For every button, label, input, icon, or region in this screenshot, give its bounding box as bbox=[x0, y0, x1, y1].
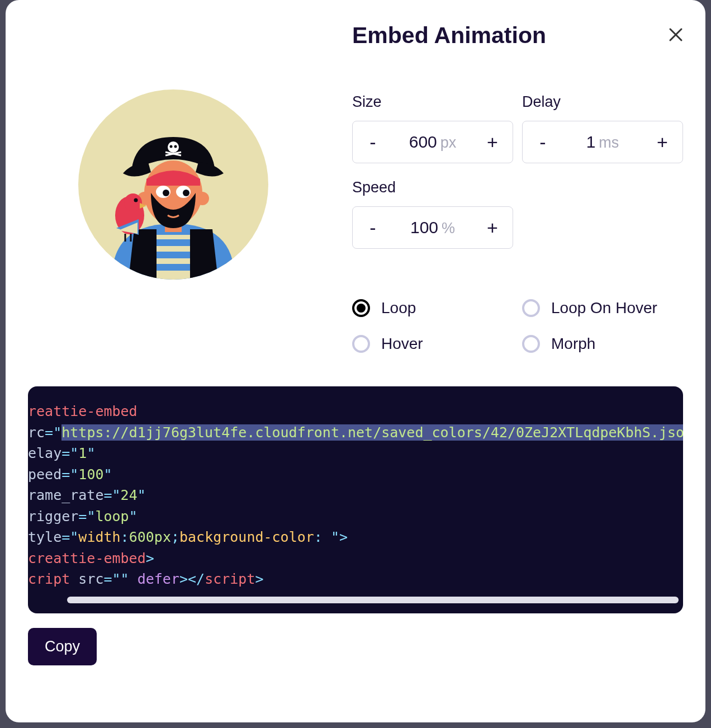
speed-decrement-button[interactable]: - bbox=[365, 218, 381, 237]
embed-modal: Embed Animation Size - 600 px bbox=[6, 0, 705, 722]
size-number: 600 bbox=[409, 133, 437, 152]
modal-top: Embed Animation Size - 600 px bbox=[28, 22, 683, 353]
code-attr: rigger bbox=[28, 508, 78, 524]
close-icon bbox=[669, 27, 683, 42]
svg-point-19 bbox=[134, 198, 138, 202]
horizontal-scrollbar[interactable] bbox=[67, 597, 679, 603]
radio-icon bbox=[352, 299, 370, 317]
code-attr: src bbox=[78, 571, 103, 587]
size-field: Size - 600 px + bbox=[352, 93, 513, 163]
size-unit: px bbox=[440, 134, 457, 152]
radio-loop-on-hover-label: Loop On Hover bbox=[551, 299, 657, 317]
size-stepper[interactable]: - 600 px + bbox=[352, 121, 513, 163]
delay-decrement-button[interactable]: - bbox=[535, 133, 551, 152]
code-val: 100 bbox=[78, 466, 103, 483]
modal-title: Embed Animation bbox=[352, 22, 546, 49]
modal-footer: Copy bbox=[28, 613, 683, 665]
radio-hover-label: Hover bbox=[381, 335, 423, 353]
code-attr: peed bbox=[28, 466, 61, 483]
speed-number: 100 bbox=[410, 218, 438, 237]
code-attr: rc bbox=[28, 424, 45, 441]
svg-rect-2 bbox=[151, 252, 196, 258]
pirate-avatar-icon bbox=[78, 89, 268, 280]
copy-button[interactable]: Copy bbox=[28, 628, 97, 665]
radio-morph[interactable]: Morph bbox=[522, 335, 683, 353]
svg-point-12 bbox=[168, 141, 179, 153]
delay-increment-button[interactable]: + bbox=[655, 133, 670, 152]
size-label: Size bbox=[352, 93, 513, 111]
speed-label: Speed bbox=[352, 179, 513, 196]
svg-point-7 bbox=[196, 192, 209, 205]
radio-morph-label: Morph bbox=[551, 335, 595, 353]
radio-loop-on-hover[interactable]: Loop On Hover bbox=[522, 299, 683, 317]
speed-unit: % bbox=[442, 220, 455, 237]
code-val: 1 bbox=[78, 445, 87, 461]
code-script-close: script bbox=[205, 571, 255, 587]
svg-point-14 bbox=[174, 145, 177, 148]
size-decrement-button[interactable]: - bbox=[365, 133, 381, 152]
preview-column bbox=[28, 22, 319, 353]
delay-stepper[interactable]: - 1 ms + bbox=[522, 121, 683, 163]
delay-unit: ms bbox=[599, 134, 619, 152]
trigger-radios: Loop Loop On Hover Hover Morph bbox=[352, 299, 683, 353]
code-attr: tyle bbox=[28, 529, 61, 545]
size-increment-button[interactable]: + bbox=[485, 133, 500, 152]
svg-point-13 bbox=[170, 145, 173, 148]
code-script: cript bbox=[28, 571, 70, 587]
svg-rect-3 bbox=[151, 264, 196, 271]
speed-value: 100 % bbox=[381, 218, 485, 237]
fields-grid: Size - 600 px + Delay - bbox=[352, 93, 683, 249]
radio-icon bbox=[352, 335, 370, 353]
code-css-prop: background-color bbox=[179, 529, 314, 545]
code-src-url: https://d1jj76g3lut4fe.cloudfront.net/sa… bbox=[61, 424, 683, 441]
speed-increment-button[interactable]: + bbox=[485, 218, 500, 237]
code-css-val: 600px bbox=[129, 529, 171, 545]
code-attr: elay bbox=[28, 445, 61, 461]
delay-label: Delay bbox=[522, 93, 683, 111]
modal-header: Embed Animation bbox=[352, 22, 683, 49]
code-tag: reattie-embed bbox=[28, 403, 138, 419]
svg-point-10 bbox=[163, 190, 169, 196]
speed-stepper[interactable]: - 100 % + bbox=[352, 206, 513, 249]
svg-point-18 bbox=[124, 193, 142, 211]
animation-preview bbox=[78, 89, 268, 280]
radio-loop[interactable]: Loop bbox=[352, 299, 513, 317]
radio-loop-label: Loop bbox=[381, 299, 416, 317]
radio-icon bbox=[522, 299, 540, 317]
delay-number: 1 bbox=[586, 133, 596, 152]
svg-rect-1 bbox=[151, 239, 196, 246]
delay-value: 1 ms bbox=[551, 133, 655, 152]
delay-field: Delay - 1 ms + bbox=[522, 93, 683, 163]
code-val: loop bbox=[95, 508, 129, 524]
radio-hover[interactable]: Hover bbox=[352, 335, 513, 353]
code-css-prop: width bbox=[78, 529, 120, 545]
svg-point-11 bbox=[183, 190, 189, 196]
code-defer: defer bbox=[138, 571, 179, 587]
close-button[interactable] bbox=[669, 27, 683, 45]
controls-column: Embed Animation Size - 600 px bbox=[352, 22, 683, 353]
radio-icon bbox=[522, 335, 540, 353]
speed-field: Speed - 100 % + bbox=[352, 179, 513, 249]
code-val: 24 bbox=[121, 487, 138, 503]
code-close-tag: creattie-embed bbox=[28, 550, 146, 566]
code-attr: rame_rate bbox=[28, 487, 103, 503]
embed-code-block[interactable]: reattie-embed rc="https://d1jj76g3lut4fe… bbox=[28, 386, 683, 613]
size-value: 600 px bbox=[381, 133, 485, 152]
